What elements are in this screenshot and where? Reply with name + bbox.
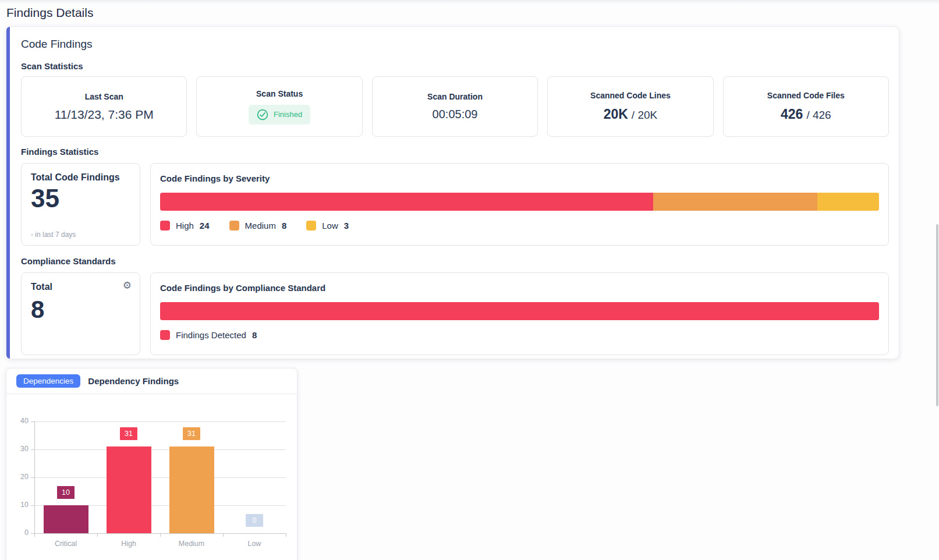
compliance-total-card: Total ⚙ 8 — [21, 272, 140, 355]
severity-chart-title: Code Findings by Severity — [160, 173, 879, 184]
scanned-code-lines-label: Scanned Code Lines — [590, 91, 671, 100]
dependency-findings-bar-chart: 01020304010Critical31High31Medium0Low — [6, 394, 297, 560]
bar-critical — [44, 505, 88, 533]
legend-item-high: High24 — [160, 221, 210, 231]
top-shade — [0, 0, 939, 4]
total-code-findings-note: - in last 7 days — [31, 231, 76, 239]
scanned-lines-current: 20K — [604, 107, 628, 122]
x-axis-tick — [286, 533, 286, 537]
gridline-40 — [34, 421, 286, 422]
scan-status-badge: Finished — [249, 105, 310, 125]
bar-segment-low — [817, 193, 879, 211]
y-axis-tick-label: 0 — [8, 529, 29, 537]
scan-duration-value: 00:05:09 — [433, 108, 478, 121]
compliance-chart-card: Code Findings by Compliance Standard Fin… — [150, 272, 889, 355]
legend-value: 24 — [200, 221, 210, 231]
findings-statistics-row: Total Code Findings 35 - in last 7 days … — [21, 163, 889, 246]
total-code-findings-card: Total Code Findings 35 - in last 7 days — [21, 163, 140, 246]
compliance-chart-title: Code Findings by Compliance Standard — [160, 282, 879, 293]
y-axis-tick-label: 20 — [8, 473, 29, 481]
check-circle-icon — [257, 109, 268, 120]
legend-name: High — [176, 221, 194, 231]
scrollbar[interactable] — [936, 224, 938, 406]
legend-swatch — [306, 221, 316, 231]
y-axis-tick-label: 30 — [8, 445, 29, 453]
legend-value: 3 — [344, 221, 349, 231]
y-axis-tick-label: 10 — [8, 501, 29, 509]
last-scan-card: Last Scan 11/13/23, 7:36 PM — [21, 76, 187, 137]
compliance-standards-heading: Compliance Standards — [21, 256, 889, 267]
code-findings-card: Code Findings Scan Statistics Last Scan … — [6, 26, 899, 359]
findings-statistics-heading: Findings Statistics — [21, 146, 889, 157]
card-accent-bar — [6, 27, 10, 359]
scanned-lines-total: / 20K — [632, 109, 657, 121]
scan-duration-card: Scan Duration 00:05:09 — [372, 76, 538, 137]
x-axis-label-low: Low — [231, 540, 278, 548]
scanned-code-files-value: 426/ 426 — [781, 107, 831, 122]
scan-statistics-heading: Scan Statistics — [21, 61, 889, 72]
scanned-code-lines-value: 20K/ 20K — [604, 107, 658, 122]
dependencies-card: Dependencies Dependency Findings 0102030… — [6, 368, 297, 560]
severity-legend: High24Medium8Low3 — [160, 221, 879, 231]
scanned-files-current: 426 — [781, 107, 803, 122]
x-axis-label-high: High — [105, 540, 152, 548]
compliance-total-value: 8 — [31, 296, 130, 324]
last-scan-label: Last Scan — [85, 92, 123, 101]
scanned-code-files-card: Scanned Code Files 426/ 426 — [723, 76, 889, 137]
dependencies-tab[interactable]: Dependencies — [16, 374, 80, 388]
x-axis-tick — [34, 533, 35, 537]
total-code-findings-label: Total Code Findings — [31, 172, 130, 183]
gridline-20 — [34, 477, 286, 478]
legend-name: Findings Detected — [176, 330, 246, 340]
x-axis-tick — [97, 533, 98, 537]
bar-segment-medium — [653, 193, 817, 211]
scan-status-label: Scan Status — [256, 89, 303, 98]
legend-item-low: Low3 — [306, 221, 349, 231]
code-findings-title: Code Findings — [21, 37, 889, 51]
scanned-code-lines-card: Scanned Code Lines 20K/ 20K — [547, 76, 713, 137]
compliance-stacked-bar — [160, 302, 879, 320]
x-axis-tick — [160, 533, 161, 537]
bar-segment-high — [160, 193, 653, 211]
legend-value: 8 — [252, 330, 257, 340]
scanned-files-total: / 426 — [806, 109, 831, 121]
legend-swatch — [229, 221, 239, 231]
dependencies-header: Dependencies Dependency Findings — [6, 368, 297, 394]
last-scan-value: 11/13/23, 7:36 PM — [55, 108, 154, 122]
scan-duration-label: Scan Duration — [427, 92, 483, 101]
severity-stacked-bar — [160, 193, 879, 211]
bar-value-badge-high: 31 — [120, 427, 137, 440]
x-axis-tick — [223, 533, 224, 537]
bar-segment-findings-detected — [160, 302, 879, 320]
dependency-findings-title: Dependency Findings — [88, 376, 179, 386]
compliance-total-label: Total — [31, 282, 130, 292]
scan-status-card: Scan Status Finished — [196, 76, 362, 137]
bar-value-badge-low: 0 — [246, 514, 263, 527]
scan-status-text: Finished — [274, 110, 302, 119]
y-axis-tick-label: 40 — [8, 417, 29, 425]
legend-swatch — [160, 221, 170, 231]
gear-icon[interactable]: ⚙ — [123, 281, 132, 290]
legend-item-findings-detected: Findings Detected8 — [160, 330, 257, 340]
severity-chart-card: Code Findings by Severity High24Medium8L… — [150, 163, 889, 246]
gridline-30 — [34, 449, 286, 450]
page-title: Findings Details — [6, 6, 93, 20]
legend-item-medium: Medium8 — [229, 221, 287, 231]
compliance-standards-row: Total ⚙ 8 Code Findings by Compliance St… — [21, 272, 889, 355]
legend-swatch — [160, 330, 170, 340]
bar-value-badge-critical: 10 — [57, 486, 75, 499]
total-code-findings-value: 35 — [31, 184, 130, 214]
y-axis-line — [34, 421, 35, 533]
legend-value: 8 — [282, 221, 286, 231]
bar-high — [107, 446, 151, 533]
compliance-legend: Findings Detected8 — [160, 330, 879, 340]
bar-medium — [169, 446, 214, 533]
legend-name: Low — [322, 221, 338, 231]
legend-name: Medium — [245, 221, 276, 231]
x-axis-label-critical: Critical — [42, 540, 89, 548]
scanned-code-files-label: Scanned Code Files — [767, 91, 845, 100]
scan-statistics-row: Last Scan 11/13/23, 7:36 PM Scan Status … — [21, 76, 889, 137]
x-axis-label-medium: Medium — [168, 540, 215, 548]
bar-value-badge-medium: 31 — [183, 427, 200, 440]
